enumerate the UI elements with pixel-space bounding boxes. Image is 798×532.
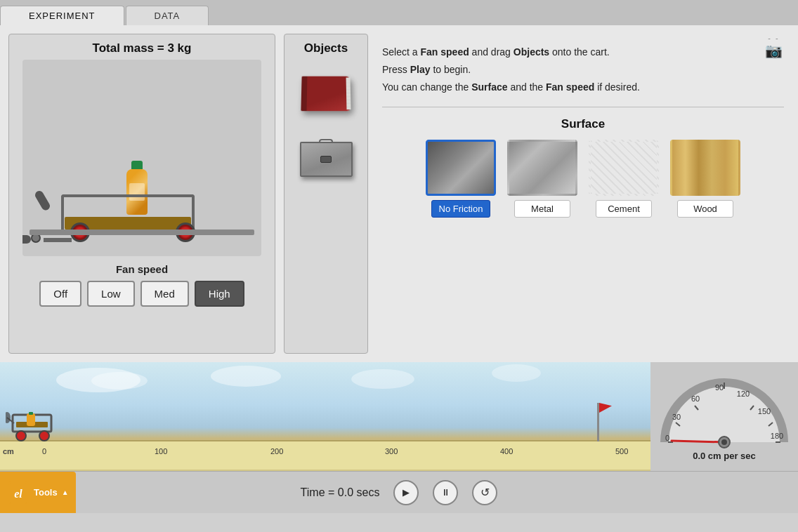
play-bold: Play: [410, 64, 431, 75]
svg-text:150: 150: [758, 407, 771, 415]
book-shape: [301, 77, 351, 112]
cart-floor: [30, 230, 254, 235]
book-pages: [346, 78, 351, 110]
speed-btn-med[interactable]: Med: [140, 281, 189, 307]
camera-dashes: - -: [768, 34, 779, 42]
fan-blade-2: [34, 189, 51, 212]
ruler-500: 500: [615, 447, 628, 455]
surface-section: Surface No Friction Metal Cement Wood: [382, 117, 784, 218]
surface-option-metal[interactable]: Metal: [507, 140, 577, 218]
svg-text:120: 120: [737, 390, 750, 398]
ruler-svg: [0, 441, 653, 470]
speed-btn-high[interactable]: High: [195, 281, 244, 307]
pause-button[interactable]: ⏸: [433, 480, 458, 505]
surface-img-cement: [589, 140, 659, 196]
speed-btn-low[interactable]: Low: [87, 281, 135, 307]
instruction-line3: You can change the Surface and the Fan s…: [382, 79, 784, 96]
tools-arrow-icon: ▲: [62, 488, 69, 496]
ruler-bar: [0, 440, 653, 470]
metal-box-latch: [320, 156, 332, 163]
svg-rect-6: [27, 413, 35, 426]
cm-label: cm: [3, 447, 14, 455]
ruler-0: 0: [42, 447, 46, 455]
tools-logo: el: [7, 481, 30, 504]
track-cart: [6, 412, 62, 441]
svg-point-4: [16, 431, 26, 441]
surface-img-metal: [507, 140, 577, 196]
tools-button[interactable]: el Tools ▲: [0, 472, 76, 513]
fan-blade-1: [22, 235, 31, 244]
instruction-line2: Press Play to begin.: [382, 61, 784, 79]
flag-cloth: [599, 403, 612, 413]
bottom-controls: el Tools ▲ Time = 0.0 secs ▶ ⏸ ↺: [0, 471, 798, 513]
surface-img-no-friction: [426, 140, 496, 196]
object-metal-box[interactable]: [294, 131, 358, 187]
speed-btn-off[interactable]: Off: [39, 281, 81, 307]
right-panel: - - 📷 Select a Fan speed and drag Object…: [377, 34, 790, 354]
surface-label-cement: Cement: [596, 200, 652, 218]
book-spine: [301, 77, 307, 112]
svg-text:0: 0: [665, 434, 669, 442]
speedometer-svg: 0 30 60 90 120 150 180: [658, 372, 791, 449]
instructions: Select a Fan speed and drag Objects onto…: [382, 44, 784, 97]
tools-text: Tools: [34, 487, 58, 498]
surface-option-wood[interactable]: Wood: [670, 140, 740, 218]
metal-box-handle: [319, 139, 333, 143]
flag-pole: [597, 403, 599, 441]
tab-data[interactable]: DATA: [126, 6, 209, 25]
svg-point-5: [39, 431, 49, 441]
track-area: cm 0 100 200 300 400 500: [0, 362, 798, 471]
ruler-300: 300: [385, 447, 398, 455]
svg-text:el: el: [14, 488, 22, 500]
svg-point-3: [6, 412, 11, 423]
top-area: Total mass = 3 kg: [0, 25, 798, 362]
objects-bold: Objects: [514, 46, 549, 58]
reset-button[interactable]: ↺: [472, 480, 497, 505]
surface-option-cement[interactable]: Cement: [589, 140, 659, 218]
cart-scene: [22, 60, 261, 256]
ruler-200: 200: [270, 447, 283, 455]
fan-speed-label: Fan speed: [16, 263, 268, 275]
svg-point-26: [721, 439, 727, 445]
time-display: Time = 0.0 secs: [301, 486, 380, 499]
svg-line-24: [672, 441, 724, 442]
ruler-100: 100: [155, 447, 167, 455]
svg-text:90: 90: [715, 383, 724, 392]
tabs-bar: EXPERIMENT DATA: [0, 0, 798, 25]
fan-arm: [44, 238, 72, 242]
svg-text:180: 180: [771, 432, 783, 440]
cart-panel: Total mass = 3 kg: [8, 34, 275, 354]
fan-speed-buttons: Off Low Med High: [16, 281, 268, 307]
divider: [382, 107, 784, 107]
speedo-label: 0.0 cm per sec: [693, 451, 756, 461]
surface-option-no-friction[interactable]: No Friction: [426, 140, 496, 218]
play-icon: ▶: [403, 487, 410, 498]
metal-box-shape: [300, 142, 353, 177]
fan-speed2-bold: Fan speed: [546, 81, 594, 93]
tab-experiment[interactable]: EXPERIMENT: [0, 6, 124, 25]
pause-icon: ⏸: [441, 487, 450, 498]
camera-icon[interactable]: 📷: [765, 42, 783, 59]
surface-options: No Friction Metal Cement Wood: [426, 140, 740, 218]
surface-img-wood: [670, 140, 740, 196]
objects-title: Objects: [304, 41, 348, 55]
surface-title: Surface: [561, 117, 605, 131]
object-book[interactable]: [294, 65, 358, 121]
fan-speed-bold: Fan speed: [420, 46, 469, 58]
el-logo: el: [8, 483, 28, 503]
ruler-400: 400: [500, 447, 513, 455]
objects-panel: Objects: [284, 34, 368, 354]
svg-text:30: 30: [672, 413, 681, 421]
surface-bold: Surface: [471, 81, 507, 93]
play-button[interactable]: ▶: [393, 480, 419, 505]
surface-label-wood: Wood: [677, 200, 733, 218]
cart-mass-label: Total mass = 3 kg: [93, 41, 192, 55]
reset-icon: ↺: [480, 486, 490, 499]
track-cart-svg: [6, 412, 62, 441]
surface-label-metal: Metal: [514, 200, 570, 218]
bottle-cap: [131, 161, 143, 169]
svg-text:60: 60: [691, 394, 700, 403]
svg-rect-7: [29, 412, 33, 415]
instruction-line1: Select a Fan speed and drag Objects onto…: [382, 44, 784, 61]
surface-label-no-friction: No Friction: [431, 200, 491, 218]
